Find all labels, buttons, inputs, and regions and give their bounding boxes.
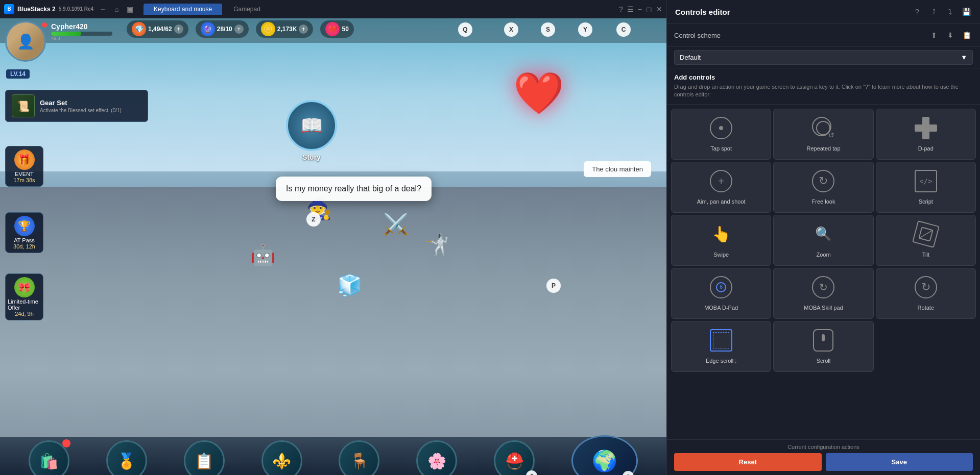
event-button[interactable]: 🎁 EVENT 17m 38s <box>5 146 43 187</box>
gold-resource: 🪙 2,173K + <box>256 20 314 38</box>
tap-spot-icon <box>708 115 734 141</box>
dialog-bubble[interactable]: Is my money really that big of a deal? <box>276 177 432 201</box>
swipe-label: Swipe <box>713 251 729 258</box>
game-area: 👤 Cypher420 49.3 💎 1,494/62 + 🔮 28/10 + <box>0 18 666 475</box>
y-key-badge[interactable]: Y <box>578 22 592 37</box>
script-icon <box>913 168 939 194</box>
nav-cabin[interactable]: 🪑 Cabin <box>339 440 379 475</box>
at-pass-button[interactable]: 🏆 AT Pass 30d, 12h <box>5 212 43 253</box>
add-crystal-button[interactable]: + <box>234 24 244 34</box>
control-tap-spot[interactable]: Tap spot <box>671 109 771 160</box>
nav-summon[interactable]: 🌸 Summon <box>416 440 457 475</box>
bottom-nav: 🛍️ Shop 🏅 Feats 📋 Quests ⚜️ Guild 🪑 Cabi… <box>0 437 666 475</box>
control-rotate[interactable]: ↻ Rotate <box>876 268 976 319</box>
import-icon[interactable]: ⤴ <box>928 6 939 17</box>
story-icon[interactable]: 📖 Story <box>286 100 337 161</box>
scheme-copy-icon[interactable]: 📋 <box>961 29 973 41</box>
save-scheme-icon[interactable]: 💾 <box>961 6 972 17</box>
bluestacks-name: BlueStacks 2 <box>17 6 56 13</box>
tap-spot-label: Tap spot <box>710 145 732 152</box>
bottom-action-bar: Current configuration actions Reset Save <box>667 439 980 475</box>
scheme-row: Control scheme ⬆ ⬇ 📋 <box>667 24 980 47</box>
level-badge: LV.14 <box>6 69 30 79</box>
control-repeated-tap[interactable]: ↺ Repeated tap <box>773 109 873 160</box>
limited-offer-label: Limited-time Offer <box>8 298 41 311</box>
gear-set-info: Gear Set Activate the Blessed set effect… <box>40 99 141 113</box>
reset-button[interactable]: Reset <box>674 453 822 471</box>
event-icon: 🎁 <box>14 149 35 170</box>
crystal-resource: 🔮 28/10 + <box>196 20 249 38</box>
story-label: Story <box>286 153 337 161</box>
control-swipe[interactable]: 👆 Swipe <box>671 215 771 266</box>
p-key-badge[interactable]: P <box>546 279 561 293</box>
control-free-look[interactable]: Free look <box>773 162 873 213</box>
scheme-actions: ⬆ ⬇ 📋 <box>928 29 973 41</box>
add-gold-button[interactable]: + <box>299 24 308 34</box>
q-key-badge[interactable]: Q <box>458 22 472 37</box>
help-controls-icon[interactable]: ? <box>912 6 923 17</box>
window-button[interactable]: ▣ <box>124 4 135 15</box>
back-button[interactable]: ← <box>98 4 109 15</box>
menu-icon[interactable]: ☰ <box>627 5 634 13</box>
bluestacks-version: 5.9.0.1091 Re4 <box>59 6 93 12</box>
control-scroll[interactable]: Scroll <box>773 321 873 372</box>
ground-area <box>0 187 666 475</box>
nav-hero[interactable]: ⛑️ 2 Hero <box>494 440 535 475</box>
character-5: 🧊 <box>337 273 363 297</box>
limited-offer-button[interactable]: 🎀 Limited-time Offer 24d, 9h <box>5 273 43 320</box>
nav-guild[interactable]: ⚜️ Guild <box>261 440 302 475</box>
nav-feats[interactable]: 🏅 Feats <box>106 440 147 475</box>
help-icon[interactable]: ? <box>619 5 623 13</box>
gear-set-panel[interactable]: 📜 Gear Set Activate the Blessed set effe… <box>5 90 148 122</box>
c-key-badge[interactable]: C <box>616 22 631 37</box>
add-gems-button[interactable]: + <box>174 24 183 34</box>
player-avatar[interactable]: 👤 <box>5 21 46 62</box>
control-aim-pan-shoot[interactable]: Aim, pan and shoot <box>671 162 771 213</box>
export-icon[interactable]: ⤵ <box>944 6 955 17</box>
control-moba-skill[interactable]: MOBA Skill pad <box>773 268 873 319</box>
control-moba-dpad[interactable]: 6 MOBA D-Pad <box>671 268 771 319</box>
restore-icon[interactable]: ◻ <box>646 5 652 13</box>
bluestacks-icon: B <box>4 4 14 14</box>
action-buttons: Reset Save <box>674 453 973 471</box>
add-controls-title: Add controls <box>674 73 973 81</box>
nav-shop[interactable]: 🛍️ Shop <box>29 440 69 475</box>
z-key-badge[interactable]: Z <box>306 212 321 227</box>
scheme-upload-icon[interactable]: ⬆ <box>928 29 940 41</box>
at-pass-label: AT Pass <box>14 237 35 243</box>
control-tilt[interactable]: Tilt <box>876 215 976 266</box>
repeated-tap-icon: ↺ <box>810 115 836 141</box>
minimize-icon[interactable]: − <box>638 5 642 13</box>
x-key-badge[interactable]: X <box>504 22 518 37</box>
at-pass-timer: 30d, 12h <box>13 243 35 249</box>
nav-world[interactable]: 🌍 1 World <box>571 435 638 475</box>
scheme-select-dropdown[interactable]: Default ▼ <box>674 50 973 65</box>
dpad-icon <box>913 115 939 141</box>
tilt-icon <box>913 221 939 247</box>
tab-keyboard-mouse[interactable]: Keyboard and mouse <box>144 4 222 15</box>
control-script[interactable]: Script <box>876 162 976 213</box>
free-look-icon <box>810 168 836 194</box>
gems-icon: 💎 <box>132 22 146 36</box>
control-dpad[interactable]: D-pad <box>876 109 976 160</box>
s-key-badge[interactable]: S <box>541 22 555 37</box>
controls-header: Controls editor ? ⤴ ⤵ 💾 <box>667 0 980 24</box>
nav-quests[interactable]: 📋 Quests <box>184 440 225 475</box>
limited-offer-icon: 🎀 <box>14 277 35 297</box>
save-button[interactable]: Save <box>826 453 973 471</box>
cloud-notice: The clou mainten <box>584 161 651 177</box>
control-zoom[interactable]: 🔍 Zoom <box>773 215 873 266</box>
avatar-image: 👤 <box>7 22 44 60</box>
gems-value: 1,494/62 <box>148 26 172 33</box>
tab-gamepad[interactable]: Gamepad <box>223 4 271 15</box>
close-icon[interactable]: ✕ <box>656 5 662 13</box>
crystal-value: 28/10 <box>217 26 232 33</box>
home-button[interactable]: ⌂ <box>111 4 122 15</box>
aim-pan-shoot-icon <box>708 168 734 194</box>
scheme-download-icon[interactable]: ⬇ <box>944 29 957 41</box>
aim-pan-shoot-label: Aim, pan and shoot <box>697 198 746 205</box>
control-edge-scroll[interactable]: Edge scroll : <box>671 321 771 372</box>
edge-scroll-label: Edge scroll : <box>706 357 737 364</box>
bluestacks-logo: B BlueStacks 2 5.9.0.1091 Re4 <box>4 4 93 14</box>
repeated-tap-label: Repeated tap <box>806 145 840 152</box>
